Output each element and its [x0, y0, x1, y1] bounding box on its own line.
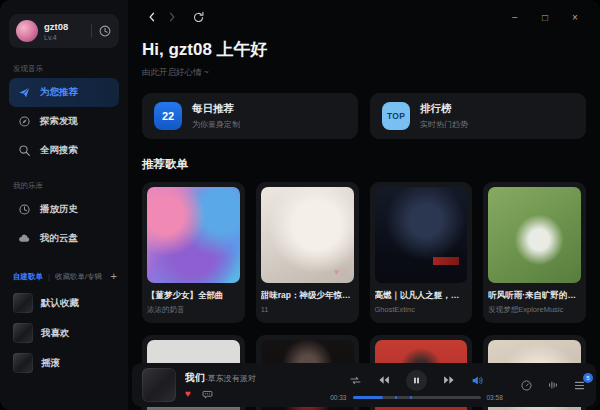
- sidebar-item-cloud[interactable]: 我的云盘: [9, 224, 119, 253]
- topbar: − □ ×: [142, 8, 586, 26]
- tab-created-playlists[interactable]: 自建歌单: [13, 272, 43, 282]
- minimize-button[interactable]: −: [504, 9, 526, 25]
- playlist-cover: [13, 353, 33, 373]
- playlist-name: 默认收藏: [41, 297, 79, 310]
- search-icon: [18, 144, 31, 157]
- card-text: 排行榜 实时热门趋势: [420, 102, 468, 130]
- playlist-card[interactable]: 【菫梦少女】全部曲 浓浓的奶音: [142, 182, 245, 323]
- playlist-cover-art: [488, 187, 581, 283]
- playlist-name: 摇滚: [41, 357, 60, 370]
- sidebar-item-label: 探索发现: [40, 115, 78, 128]
- playlist-creator: 发现梦想ExploreMusic: [488, 305, 581, 315]
- playback-speed-icon[interactable]: [520, 379, 533, 392]
- divider: [91, 24, 92, 38]
- total-time: 03:58: [487, 394, 503, 401]
- player-right-icons: 5: [520, 379, 586, 392]
- quick-cards: 22 每日推荐 为你量身定制 TOP 排行榜 实时热门趋势: [142, 93, 586, 139]
- ranking-card[interactable]: TOP 排行榜 实时热门趋势: [370, 93, 586, 139]
- window-controls: − □ ×: [504, 9, 586, 25]
- queue-count-badge: 5: [583, 373, 593, 383]
- section-title: 推荐歌单: [142, 157, 586, 172]
- player-bar: 我们 - 草东没有派对 ♥: [132, 363, 596, 407]
- playlist-creator: GhostExtinc: [375, 305, 468, 314]
- app-window: gzt08 Lv.4 发现音乐 为您推荐 探索发现 全网搜索: [0, 0, 600, 410]
- heart-overlay-icon: ♥♡: [334, 267, 347, 277]
- previous-track-icon[interactable]: [377, 373, 391, 387]
- playlist-card[interactable]: ♥♡ 甜味rap：神级少年惊鸿... 11: [256, 182, 359, 323]
- card-title: 排行榜: [420, 102, 468, 116]
- playlist-title: 高燃｜以凡人之躯，比肩...: [375, 290, 468, 302]
- cover-red-text: [433, 257, 459, 265]
- playlist-cover-art: [147, 187, 240, 283]
- back-button[interactable]: [142, 9, 162, 25]
- refresh-icon[interactable]: [188, 9, 208, 25]
- forward-button[interactable]: [162, 9, 182, 25]
- playlist-cover: [13, 323, 33, 343]
- song-title[interactable]: 我们: [185, 371, 205, 385]
- section-label-library: 我的乐库: [13, 181, 119, 191]
- playlist-title: 听风听雨·来自旷野的舒...: [488, 290, 581, 302]
- tab-collected-playlists[interactable]: 收藏歌单/专辑: [55, 272, 102, 282]
- sidebar-item-history[interactable]: 播放历史: [9, 195, 119, 224]
- playlist-card[interactable]: 高燃｜以凡人之躯，比肩... GhostExtinc: [370, 182, 473, 323]
- volume-icon[interactable]: [471, 374, 484, 387]
- user-name: gzt08: [44, 21, 85, 32]
- playlist-item-default[interactable]: 默认收藏: [9, 288, 119, 318]
- top-badge: TOP: [382, 102, 410, 130]
- playlist-cover-art: [375, 187, 468, 283]
- add-playlist-button[interactable]: +: [111, 271, 117, 282]
- daily-recommend-card[interactable]: 22 每日推荐 为你量身定制: [142, 93, 358, 139]
- maximize-button[interactable]: □: [534, 9, 556, 25]
- playlist-title: 甜味rap：神级少年惊鸿...: [261, 290, 354, 302]
- sidebar-item-label: 为您推荐: [40, 86, 78, 99]
- playlist-tabs: 自建歌单 | 收藏歌单/专辑 +: [13, 271, 117, 282]
- main-content: − □ × Hi, gzt08 上午好 由此开启好心情 ~ 22 每日推荐 为你…: [128, 0, 600, 410]
- playlist-title: 【菫梦少女】全部曲: [147, 290, 240, 302]
- divider: |: [48, 272, 50, 281]
- page-title: Hi, gzt08 上午好: [142, 38, 586, 61]
- artist-name[interactable]: 草东没有派对: [208, 373, 256, 384]
- playlist-card[interactable]: 听风听雨·来自旷野的舒... 发现梦想ExploreMusic: [483, 182, 586, 323]
- card-title: 每日推荐: [192, 102, 240, 116]
- now-playing-info: 我们 - 草东没有派对 ♥: [185, 371, 323, 400]
- play-queue-icon[interactable]: 5: [573, 379, 586, 392]
- progress-bar[interactable]: [353, 396, 481, 399]
- daily-date-badge: 22: [154, 102, 182, 130]
- avatar[interactable]: [16, 20, 38, 42]
- player-center: 00:33 03:58: [323, 370, 510, 401]
- now-playing-artwork[interactable]: [142, 368, 176, 402]
- recommend-row-1: 【菫梦少女】全部曲 浓浓的奶音 ♥♡ 甜味rap：神级少年惊鸿... 11 高燃…: [142, 182, 586, 323]
- listen-history-icon[interactable]: [98, 24, 112, 38]
- like-heart-icon[interactable]: ♥: [185, 389, 191, 399]
- sidebar-item-label: 播放历史: [40, 203, 78, 216]
- playlist-name: 我喜欢: [41, 327, 70, 340]
- section-label-discover: 发现音乐: [13, 64, 119, 74]
- progress-tick: [410, 396, 412, 399]
- close-button[interactable]: ×: [564, 9, 586, 25]
- sidebar-item-search[interactable]: 全网搜索: [9, 136, 119, 165]
- sidebar-item-for-you[interactable]: 为您推荐: [9, 78, 119, 107]
- comment-icon[interactable]: [202, 389, 213, 400]
- pause-button[interactable]: [406, 370, 427, 391]
- playlist-creator: 11: [261, 305, 354, 314]
- user-meta: gzt08 Lv.4: [44, 21, 85, 41]
- playlist-item-liked[interactable]: 我喜欢: [9, 318, 119, 348]
- playlist-cover-art: ♥♡: [261, 187, 354, 283]
- cloud-icon: [18, 232, 31, 245]
- page-subtitle: 由此开启好心情 ~: [142, 67, 586, 79]
- user-level: Lv.4: [44, 34, 85, 41]
- next-track-icon[interactable]: [442, 373, 456, 387]
- timeline: 00:33 03:58: [323, 394, 510, 401]
- card-subtitle: 实时热门趋势: [420, 119, 468, 130]
- sidebar-item-label: 全网搜索: [40, 144, 78, 157]
- sidebar-item-explore[interactable]: 探索发现: [9, 107, 119, 136]
- user-card[interactable]: gzt08 Lv.4: [9, 14, 119, 48]
- card-subtitle: 为你量身定制: [192, 119, 240, 130]
- playlist-item-rock[interactable]: 摇滚: [9, 348, 119, 378]
- playlist-creator: 浓浓的奶音: [147, 305, 240, 315]
- paper-plane-icon: [18, 86, 31, 99]
- sidebar-item-label: 我的云盘: [40, 232, 78, 245]
- progress-fill: [353, 396, 384, 399]
- audio-effect-icon[interactable]: [547, 379, 559, 391]
- play-mode-icon[interactable]: [349, 374, 362, 387]
